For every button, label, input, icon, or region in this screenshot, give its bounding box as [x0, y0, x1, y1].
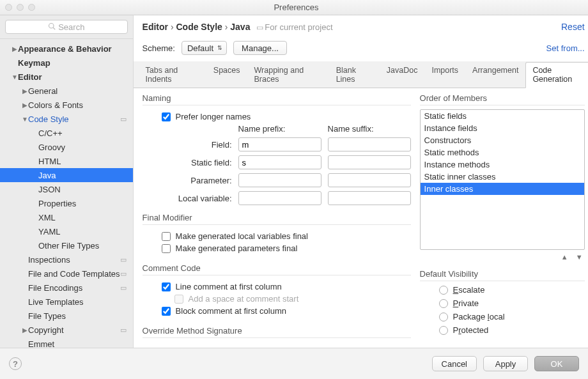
scheme-label: Scheme:	[143, 43, 175, 53]
tree-cpp[interactable]: C/C++	[0, 126, 133, 140]
prefer-longer-checkbox[interactable]	[162, 112, 171, 121]
vis-private[interactable]: Private	[439, 298, 585, 308]
bottom-bar: ? Cancel Apply OK	[0, 348, 588, 379]
setfrom-link[interactable]: Set from...	[546, 43, 585, 53]
project-icon: ▭	[256, 23, 263, 32]
apply-button[interactable]: Apply	[483, 356, 528, 371]
field-suffix-input[interactable]	[328, 137, 411, 151]
order-item[interactable]: Constructors	[421, 134, 584, 146]
move-down-icon[interactable]: ▼	[574, 252, 585, 261]
chevron-down-icon: ▼	[12, 73, 18, 81]
prefer-longer-names[interactable]: Prefer longer names	[162, 112, 411, 121]
tree-emmet[interactable]: Emmet	[0, 337, 133, 348]
vis-protected[interactable]: Protected	[439, 325, 585, 335]
window-title: Preferences	[10, 3, 583, 12]
tree-xml[interactable]: XML	[0, 210, 133, 224]
order-list[interactable]: Static fields Instance fields Constructo…	[420, 109, 585, 250]
name-suffix-header: Name suffix:	[328, 124, 411, 134]
manage-button[interactable]: Manage...	[233, 41, 287, 55]
tree-filetypes[interactable]: File Types	[0, 309, 133, 323]
tree-json[interactable]: JSON	[0, 182, 133, 196]
field-prefix-input[interactable]	[238, 137, 321, 151]
tree-otherfiles[interactable]: Other File Types	[0, 238, 133, 252]
local-var-label: Local variable:	[162, 194, 232, 203]
static-prefix-input[interactable]	[238, 155, 321, 169]
order-item[interactable]: Static inner classes	[421, 171, 584, 183]
tree-groovy[interactable]: Groovy	[0, 140, 133, 154]
chevron-right-icon: ▶	[12, 45, 18, 52]
search-placeholder: Search	[58, 22, 84, 32]
tab-bar: Tabs and Indents Spaces Wrapping and Bra…	[134, 61, 588, 88]
tab-wrapping[interactable]: Wrapping and Braces	[247, 62, 329, 88]
tree-general[interactable]: ▶General	[0, 84, 133, 98]
project-icon: ▭	[120, 326, 127, 334]
static-field-label: Static field:	[162, 158, 232, 167]
search-input[interactable]: Search	[5, 20, 128, 34]
tree-keymap[interactable]: Keymap	[0, 56, 133, 70]
tree-inspections[interactable]: Inspections▭	[0, 252, 133, 267]
ok-button[interactable]: OK	[534, 356, 579, 371]
tab-codegen[interactable]: Code Generation	[525, 62, 588, 88]
move-up-icon[interactable]: ▲	[559, 252, 570, 261]
chevron-down-icon: ▼	[22, 116, 28, 123]
tree-java[interactable]: Java	[0, 168, 133, 182]
order-item[interactable]: Instance fields	[421, 122, 584, 134]
tree-copyright[interactable]: ▶Copyright▭	[0, 323, 133, 337]
titlebar: Preferences	[0, 0, 588, 15]
content: Editor › Code Style › Java ▭For current …	[134, 15, 588, 348]
settings-tree: ▶Appearance & Behavior Keymap ▼Editor ▶G…	[0, 39, 133, 348]
chevron-right-icon: ▶	[22, 88, 28, 95]
tree-html[interactable]: HTML	[0, 154, 133, 168]
order-legend: Order of Members	[420, 92, 585, 105]
tab-blanklines[interactable]: Blank Lines	[329, 62, 380, 88]
tree-yaml[interactable]: YAML	[0, 224, 133, 238]
parameter-label: Parameter:	[162, 176, 232, 185]
tab-imports[interactable]: Imports	[424, 62, 465, 88]
svg-point-0	[49, 23, 54, 28]
static-suffix-input[interactable]	[328, 155, 411, 169]
block-comment-first[interactable]: Block comment at first column	[162, 306, 411, 316]
tab-arrangement[interactable]: Arrangement	[465, 62, 525, 88]
tree-codestyle[interactable]: ▼Code Style▭	[0, 112, 133, 126]
final-legend: Final Modifier	[143, 212, 411, 225]
project-icon: ▭	[120, 115, 127, 123]
vis-escalate[interactable]: Escalate	[439, 285, 585, 295]
reset-link[interactable]: Reset	[561, 22, 585, 32]
help-button[interactable]: ?	[9, 357, 22, 370]
name-prefix-header: Name prefix:	[238, 124, 321, 134]
project-icon: ▭	[120, 270, 127, 278]
order-item-selected[interactable]: Inner classes	[421, 183, 584, 195]
tree-editor[interactable]: ▼Editor	[0, 70, 133, 84]
tree-appearance[interactable]: ▶Appearance & Behavior	[0, 42, 133, 56]
cancel-button[interactable]: Cancel	[432, 356, 477, 371]
vis-package[interactable]: Package local	[439, 312, 585, 321]
param-suffix-input[interactable]	[328, 173, 411, 187]
tab-javadoc[interactable]: JavaDoc	[380, 62, 425, 88]
local-prefix-input[interactable]	[238, 191, 321, 205]
comment-legend: Comment Code	[143, 262, 411, 275]
order-item[interactable]: Instance methods	[421, 159, 584, 171]
override-legend: Override Method Signature	[143, 325, 411, 338]
chevron-right-icon: ▶	[22, 327, 28, 334]
final-vars[interactable]: Make generated local variables final	[162, 231, 411, 241]
naming-legend: Naming	[143, 92, 411, 105]
tree-colors[interactable]: ▶Colors & Fonts	[0, 98, 133, 112]
chevron-right-icon: ▶	[22, 102, 28, 109]
tree-encodings[interactable]: File Encodings▭	[0, 281, 133, 295]
tab-spaces[interactable]: Spaces	[206, 62, 247, 88]
order-item[interactable]: Static fields	[421, 110, 584, 122]
tree-properties[interactable]: Properties	[0, 196, 133, 210]
sidebar: Search ▶Appearance & Behavior Keymap ▼Ed…	[0, 15, 134, 348]
tree-livetpl[interactable]: Live Templates	[0, 295, 133, 309]
param-prefix-input[interactable]	[238, 173, 321, 187]
project-icon: ▭	[120, 256, 127, 264]
tree-templates[interactable]: File and Code Templates▭	[0, 267, 133, 281]
breadcrumb: Editor › Code Style › Java ▭For current …	[143, 22, 561, 32]
final-params[interactable]: Make generated parameters final	[162, 244, 411, 253]
tab-tabs-indents[interactable]: Tabs and Indents	[139, 62, 206, 88]
field-label: Field:	[162, 140, 232, 150]
line-comment-first[interactable]: Line comment at first column	[162, 282, 411, 291]
local-suffix-input[interactable]	[328, 191, 411, 205]
order-item[interactable]: Static methods	[421, 146, 584, 159]
scheme-select[interactable]: Default ⇅	[182, 41, 227, 55]
